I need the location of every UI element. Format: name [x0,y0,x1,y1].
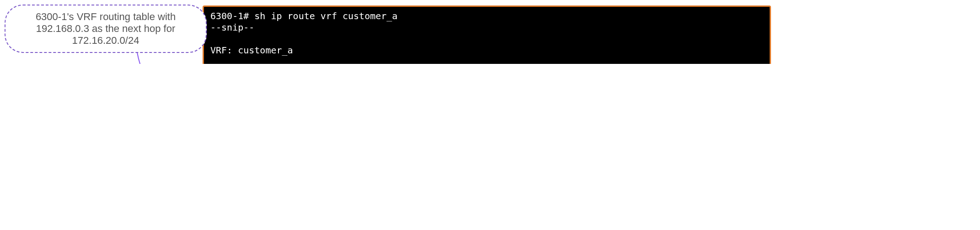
terminal-vrf-line: VRF: customer_a [210,45,763,56]
blank-line [210,33,763,45]
terminal-window: 6300-1# sh ip route vrf customer_a --sni… [203,5,771,64]
callout-top: 6300-1's VRF routing table with 192.168.… [5,5,207,53]
callout-top-text: 6300-1's VRF routing table with 192.168.… [36,11,176,46]
blank-line [210,56,763,64]
arrow-purple [137,52,202,64]
terminal-snip: --snip-- [210,22,763,33]
terminal-prompt-line: 6300-1# sh ip route vrf customer_a [210,10,763,22]
